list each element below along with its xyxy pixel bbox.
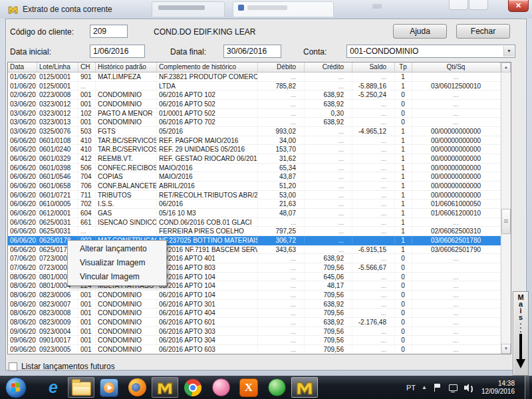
context-menu-item[interactable]: Alterar lançamento [68,242,166,256]
scroll-down-icon[interactable]: ▼ [501,344,511,354]
table-row[interactable]: 06/06/20160601/0108410TAR.BC/SERVICOSREF… [8,136,501,146]
cell: 00/00000000000 [412,136,501,145]
cell: -4.965,12 [352,127,395,136]
cell: PAGTO A MENOR [96,109,157,118]
table-row[interactable]: 03/06/20160323/0013001CONDOMINIO06/2016 … [8,118,501,127]
cell: ... [412,100,501,108]
cell: 06/06/2016 [8,200,37,208]
taskbar-ie[interactable]: e [40,377,66,398]
cell: ... [305,245,352,254]
taskbar-firefox[interactable] [124,377,150,398]
table-row[interactable]: 08/06/20160823/0008001CONDOMINIO06/2016 … [8,309,501,318]
taskbar-green-app[interactable] [263,377,290,398]
column-header[interactable]: Crédito [305,63,352,72]
end-date-input[interactable]: 30/06/2016 [223,45,281,58]
taskbar-media-player[interactable] [96,377,122,398]
cell: CONDOMINIO [96,318,157,327]
cell: 709,56 [305,309,352,317]
cell: 06/06/2016 [8,218,37,227]
clock[interactable]: 14:38 12/09/2016 [479,380,519,396]
context-menu-item[interactable]: Visualizar Imagem [68,256,166,270]
taskbar-app-m[interactable] [152,377,178,398]
table-row[interactable]: 09/06/20160923/0005001CONDOMINIO06/2016 … [8,345,501,354]
cell: 06/06/2016 [8,245,37,254]
close-icon[interactable]: ✕ [508,0,529,12]
table-row[interactable]: 06/06/20160601/0721711TRIBUTOSRET/RECOLH… [8,191,501,200]
chevron-down-icon[interactable]: ▼ [503,46,514,57]
account-select[interactable]: 001-CONDOMINIO ▼ [346,45,515,58]
cell: 43,87 [258,172,305,181]
taskbar-app-m-active[interactable] [291,377,318,398]
table-row[interactable]: 09/06/20160923/0004001CONDOMINIO06/2016 … [8,327,501,336]
cell: 709,56 [305,263,352,272]
table-row[interactable]: 03/06/20160325/0076503FGTS05/2016993,02.… [8,127,501,136]
show-desktop-button[interactable] [525,376,529,399]
cell: CONFEC.RECIBOS [96,164,157,172]
action-center-flag-icon[interactable] [433,383,442,392]
cell: 0 [395,100,412,108]
table-row[interactable]: 06/06/20160610/0005702I.S.S.06/201621,63… [8,200,501,209]
scroll-up-icon[interactable]: ▲ [501,63,511,72]
column-header[interactable]: Complemento de histórico [157,63,258,72]
table-row[interactable]: 03/06/20160323/0012102PAGTO A MENOR01/00… [8,109,501,118]
context-menu-item[interactable]: Vincular Imagem [68,270,166,284]
taskbar-explorer[interactable] [68,377,94,398]
scrollbar-thumb[interactable] [501,209,511,234]
cell: 06/06/2016 [8,227,37,235]
cell: 06/2016 APTO 102 [157,90,258,99]
table-row[interactable]: 06/06/20160612/0001604GAS05/16 10 M348,0… [8,209,501,218]
taskbar-chrome[interactable] [180,377,206,398]
table-row[interactable]: 06/06/20160625/0031661ISENCAO SINDICOCON… [8,218,501,227]
help-button[interactable]: Ajuda [393,24,447,39]
taskbar-pink-app[interactable] [207,377,234,398]
table-row[interactable]: 03/06/20160323/0012001CONDOMINIO06/2016 … [8,100,501,109]
cell: ... [352,273,395,281]
column-header[interactable]: Tp [395,63,412,72]
grid-scrollbar[interactable]: ▲ ▼ [501,63,511,354]
taskbar-xampp[interactable]: X [235,377,262,398]
table-row[interactable]: 06/06/20160625/0031...FERREIRA PIRES COE… [8,227,501,236]
cell: ... [412,273,501,281]
table-row[interactable]: 09/06/20160901/0017001CONDOMINIO06/2016 … [8,336,501,345]
cell: 06/06/2016 [8,182,37,190]
table-row[interactable]: 01/06/20160125/0001...LTDA785,82...-5.88… [8,82,501,91]
table-row[interactable]: 06/06/20160601/0398506CONFEC.RECIBOSMAIO… [8,164,501,173]
cell: 638,92 [305,318,352,327]
client-code-input[interactable]: 209 [90,25,128,38]
column-header[interactable]: Saldo [352,63,395,72]
column-header[interactable]: CH [78,63,96,72]
column-header[interactable]: Histórico padrão [96,63,157,72]
app-icon [7,4,19,15]
table-row[interactable]: 08/06/20160823/0006001CONDOMINIO06/2016 … [8,291,501,300]
cell: ... [352,309,395,317]
cell: ... [352,218,395,227]
language-indicator[interactable]: PT [406,384,416,392]
column-header[interactable]: Qti/Sq [412,63,501,72]
cell: 001 [78,336,96,344]
column-header[interactable]: Débito [258,63,305,72]
table-row[interactable]: 08/06/20160823/0007001CONDOMINIO06/2016 … [8,300,501,309]
window-title: Extrato de conta corrente [23,5,112,14]
column-header[interactable]: Data [8,63,37,72]
table-row[interactable]: 06/06/20160601/0658706CONF.BALANCETESABR… [8,182,501,191]
more-button[interactable]: M a i s . . . [513,291,529,376]
table-row[interactable]: 06/06/20160601/0240410TAR.BC/SERVICOSREF… [8,145,501,154]
volume-icon[interactable] [464,383,473,392]
table-row[interactable]: 06/06/20160601/0546704COPIASMAIO/201643,… [8,172,501,182]
start-button[interactable] [1,377,31,398]
cell: 0 [395,336,412,344]
future-entries-checkbox[interactable] [9,362,17,371]
table-row[interactable]: 06/06/20160601/0329412REEMB.VT.REF. GEST… [8,154,501,164]
network-icon[interactable] [448,383,458,392]
close-button[interactable]: Fechar [456,24,510,39]
future-entries-row: Listar lançamentos futuros [9,362,115,371]
table-row[interactable]: 01/06/20160125/0001901MAT.LIMPEZANF.2382… [8,72,501,82]
column-header[interactable]: Lote/Linha [37,63,78,72]
start-date-input[interactable]: 1/06/2016 [90,45,145,58]
cell: 702 [78,200,96,208]
table-row[interactable]: 02/06/20160223/0008001CONDOMINIO06/2016 … [8,90,501,100]
table-row[interactable]: 08/06/20160823/0009001CONDOMINIO06/2016 … [8,318,501,327]
cell: 0 [395,327,412,336]
cell: ... [412,345,501,354]
hidden-icons-icon[interactable]: ▲ [422,384,427,390]
